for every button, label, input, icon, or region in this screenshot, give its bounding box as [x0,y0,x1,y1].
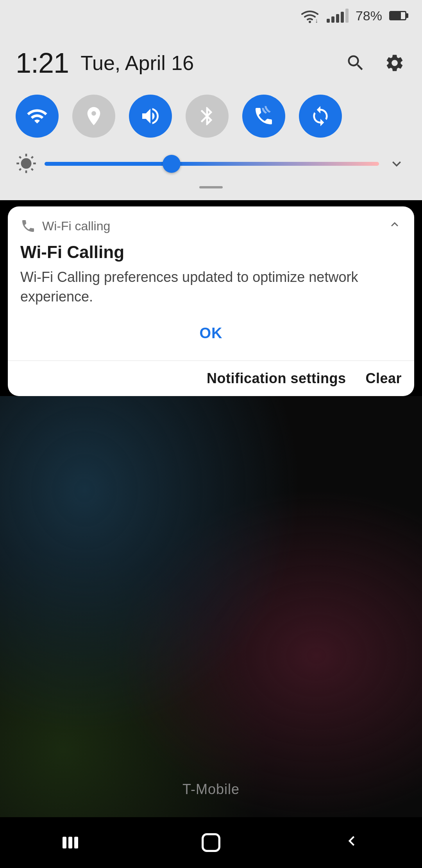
battery-icon [389,11,406,20]
sun-icon [16,153,37,174]
wifi-icon [26,105,48,127]
chevron-up-icon [388,217,402,231]
home-button[interactable] [195,827,227,858]
status-icons: ↓ 78% [300,8,406,23]
bluetooth-toggle[interactable] [186,95,229,138]
quick-toggles-row [16,91,406,149]
wifi-toggle[interactable] [16,95,59,138]
date-display: Tue, April 16 [80,51,194,75]
settings-button[interactable] [383,51,406,75]
brightness-icon [16,153,37,174]
sound-toggle[interactable] [129,95,172,138]
navigation-bar [0,817,422,868]
notif-app-name: Wi-Fi calling [42,219,110,233]
home-icon [198,830,224,855]
location-icon [83,105,105,127]
search-icon [345,53,366,73]
time-date-row: 1:21 Tue, April 16 [16,39,406,91]
brightness-expand-button[interactable] [387,154,406,174]
back-button[interactable] [336,827,367,858]
svg-text:↓: ↓ [315,17,318,23]
notification-message: Wi-Fi Calling preferences updated to opt… [20,267,402,307]
brightness-slider[interactable] [45,162,379,166]
sync-toggle[interactable] [299,95,342,138]
notification-footer: Notification settings Clear [8,361,414,396]
notification-card: Wi-Fi calling Wi-Fi Calling Wi-Fi Callin… [8,206,414,396]
quick-settings-panel: 1:21 Tue, April 16 [0,31,422,200]
search-button[interactable] [344,51,367,75]
svg-rect-4 [74,837,78,848]
svg-point-0 [309,21,311,23]
wifi-call-icon [253,105,275,127]
drag-handle[interactable] [199,186,223,188]
svg-rect-5 [203,834,220,851]
wifi-phone-icon [20,218,36,234]
notification-body: Wi-Fi Calling Wi-Fi Calling preferences … [8,239,414,360]
notification-collapse-button[interactable] [388,217,402,235]
svg-rect-2 [63,837,66,848]
notification-ok-button[interactable]: OK [200,325,223,341]
location-toggle[interactable] [72,95,115,138]
back-icon [342,831,361,854]
notification-ok-action: OK [20,319,402,350]
carrier-label: T-Mobile [182,781,240,798]
wallpaper-area: T-Mobile [0,396,422,868]
wifi-status-icon: ↓ [300,8,320,23]
notification-header: Wi-Fi calling [8,206,414,239]
bluetooth-icon [196,105,218,127]
svg-rect-3 [68,837,72,848]
gear-icon [384,53,405,73]
sound-icon [139,105,161,127]
notification-settings-button[interactable]: Notification settings [207,370,346,387]
notification-clear-button[interactable]: Clear [365,370,402,387]
chevron-down-icon [388,155,405,172]
wifi-calling-toggle[interactable] [242,95,285,138]
battery-percentage: 78% [356,8,382,23]
signal-bars [327,9,349,23]
recent-apps-icon [59,831,82,854]
brightness-thumb[interactable] [163,155,181,173]
sync-icon [309,105,331,127]
time-display: 1:21 [16,47,69,79]
notif-app-icon [20,218,36,234]
notification-title: Wi-Fi Calling [20,242,402,262]
recent-apps-button[interactable] [55,827,86,858]
status-bar: ↓ 78% [0,0,422,31]
brightness-row [16,149,406,182]
